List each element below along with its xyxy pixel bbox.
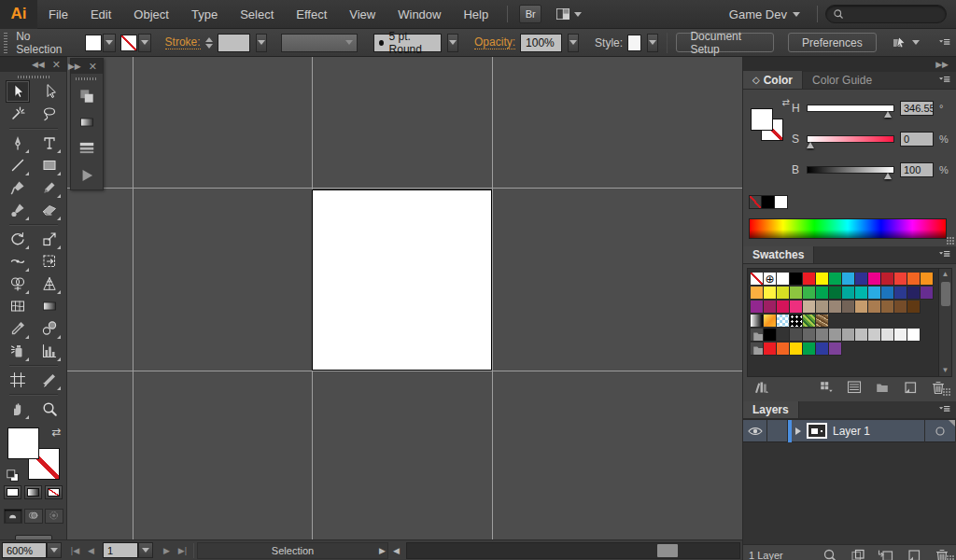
tab-layers[interactable]: Layers bbox=[743, 400, 799, 418]
close-icon[interactable]: ✕ bbox=[52, 59, 61, 71]
pen-tool[interactable] bbox=[6, 132, 30, 154]
swatch-libraries-icon[interactable] bbox=[752, 379, 770, 396]
scroll-left-button[interactable]: ◀ bbox=[388, 542, 404, 558]
swatch-color[interactable] bbox=[868, 273, 881, 286]
swatch-color[interactable] bbox=[816, 301, 829, 314]
collapse-to-icons-icon[interactable]: ▶▶ bbox=[935, 60, 949, 69]
panel-grip[interactable] bbox=[4, 33, 7, 53]
canvas[interactable]: ▶▶ ✕ bbox=[67, 57, 742, 539]
layer-expand-icon[interactable] bbox=[795, 427, 801, 435]
locate-object-icon[interactable] bbox=[822, 547, 838, 560]
swatch-color[interactable] bbox=[881, 273, 894, 286]
resize-grip[interactable] bbox=[943, 388, 950, 396]
previous-artboard-button[interactable]: ◀ bbox=[83, 542, 99, 558]
scroll-up-icon[interactable]: ▲ bbox=[942, 269, 949, 280]
shape-builder-tool[interactable] bbox=[6, 273, 30, 295]
swatch-color[interactable] bbox=[816, 329, 829, 342]
brush-definition-dropdown[interactable]: 5 pt. Round bbox=[373, 34, 443, 52]
opacity-value[interactable]: 100% bbox=[520, 34, 562, 52]
brush-dropdown-arrow[interactable] bbox=[447, 34, 458, 52]
swatch-pattern[interactable] bbox=[777, 315, 790, 328]
resize-grip[interactable] bbox=[947, 555, 954, 560]
artboard-dropdown[interactable] bbox=[138, 542, 153, 558]
slider-track[interactable] bbox=[807, 166, 894, 174]
swatch-color[interactable] bbox=[816, 287, 829, 300]
swatch-color[interactable] bbox=[803, 329, 816, 342]
blend-tool[interactable] bbox=[37, 317, 62, 340]
new-sublayer-icon[interactable] bbox=[878, 547, 894, 560]
swatch-pattern[interactable] bbox=[816, 315, 829, 328]
layer-thumbnail[interactable] bbox=[807, 423, 827, 439]
stroke-swatch[interactable] bbox=[120, 35, 137, 51]
symbol-sprayer-tool[interactable] bbox=[6, 340, 30, 362]
swatch-group-folder[interactable] bbox=[751, 343, 764, 356]
swatch-registration[interactable]: ⊕ bbox=[764, 273, 777, 286]
arrange-documents-button[interactable] bbox=[555, 6, 582, 22]
document-setup-button[interactable]: Document Setup bbox=[676, 33, 774, 52]
swatch-color[interactable] bbox=[790, 273, 803, 286]
swatch-color[interactable] bbox=[855, 287, 868, 300]
drag-handle[interactable] bbox=[18, 76, 49, 78]
play-icon[interactable] bbox=[77, 166, 96, 185]
swatch-color[interactable] bbox=[921, 273, 934, 286]
slider-track[interactable] bbox=[807, 135, 894, 143]
zoom-tool[interactable] bbox=[37, 398, 62, 420]
opacity-dropdown[interactable] bbox=[568, 34, 579, 52]
panel-menu-icon[interactable] bbox=[936, 74, 952, 87]
layer-name[interactable]: Layer 1 bbox=[833, 425, 870, 438]
swatch-none[interactable] bbox=[751, 273, 764, 286]
make-clipping-mask-icon[interactable] bbox=[850, 547, 866, 560]
swatch-pattern[interactable] bbox=[803, 315, 816, 328]
preferences-button[interactable]: Preferences bbox=[788, 33, 877, 52]
tab-swatches[interactable]: Swatches bbox=[743, 245, 814, 263]
rotate-tool[interactable] bbox=[6, 228, 30, 250]
drag-handle[interactable] bbox=[76, 77, 98, 80]
swatch-color[interactable] bbox=[881, 287, 894, 300]
swatch-color[interactable] bbox=[777, 329, 790, 342]
layer-row[interactable]: Layer 1 bbox=[743, 420, 956, 442]
type-tool[interactable] bbox=[37, 132, 62, 154]
line-segment-tool[interactable] bbox=[6, 154, 30, 176]
direct-selection-tool[interactable] bbox=[37, 80, 62, 103]
slider-value[interactable]: 346.55 bbox=[900, 101, 934, 116]
swap-fill-stroke-icon[interactable]: ⇄ bbox=[51, 426, 61, 439]
tab-color[interactable]: ◇ Color bbox=[743, 71, 803, 89]
status-menu-arrow-icon[interactable]: ▶ bbox=[379, 546, 386, 555]
pencil-tool[interactable] bbox=[37, 176, 62, 199]
new-color-group-icon[interactable] bbox=[874, 380, 891, 395]
new-swatch-icon[interactable] bbox=[902, 379, 919, 396]
swatch-color[interactable] bbox=[790, 301, 803, 314]
swatch-kinds-icon[interactable] bbox=[818, 380, 835, 395]
layer-target-column[interactable] bbox=[924, 420, 956, 442]
resize-grip[interactable] bbox=[947, 237, 954, 245]
gradient-icon[interactable] bbox=[78, 114, 95, 131]
search-input[interactable] bbox=[846, 8, 939, 20]
menu-effect[interactable]: Effect bbox=[285, 0, 338, 29]
collapse-left-icon[interactable]: ◀◀ bbox=[32, 60, 45, 69]
swatch-color[interactable] bbox=[790, 329, 803, 342]
swatch-color[interactable] bbox=[816, 273, 829, 286]
slice-tool[interactable] bbox=[37, 369, 62, 391]
menu-select[interactable]: Select bbox=[229, 0, 285, 29]
style-dropdown[interactable] bbox=[647, 34, 658, 52]
stroke-lines-icon[interactable] bbox=[77, 139, 96, 158]
swatch-color[interactable] bbox=[855, 273, 868, 286]
stroke-weight-dropdown[interactable] bbox=[256, 34, 267, 52]
search-box[interactable] bbox=[825, 5, 947, 23]
swatch-color[interactable] bbox=[868, 287, 881, 300]
stroke-weight-input[interactable] bbox=[218, 34, 250, 52]
swatch-color[interactable] bbox=[921, 287, 934, 300]
swatch-color[interactable] bbox=[790, 287, 803, 300]
artboard-tool[interactable] bbox=[6, 369, 30, 391]
fill-dropdown[interactable] bbox=[103, 34, 116, 52]
swatch-color[interactable] bbox=[868, 329, 881, 342]
swatch-color[interactable] bbox=[855, 329, 868, 342]
stroke-weight-stepper[interactable] bbox=[205, 37, 213, 49]
layer-visibility-toggle[interactable] bbox=[743, 420, 767, 442]
ramp-swatch[interactable] bbox=[775, 195, 788, 209]
variable-width-profile-dropdown[interactable] bbox=[281, 34, 358, 52]
panel-menu-icon[interactable] bbox=[936, 248, 952, 261]
mesh-tool[interactable] bbox=[6, 295, 30, 317]
swatch-color[interactable] bbox=[894, 287, 907, 300]
swatch-color[interactable] bbox=[842, 329, 855, 342]
